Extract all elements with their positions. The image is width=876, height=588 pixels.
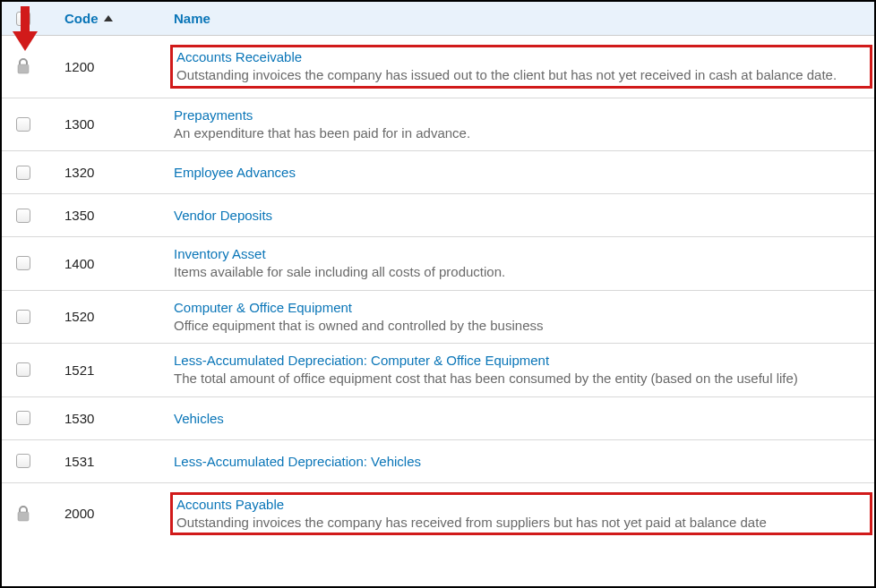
row-check-cell xyxy=(2,506,45,522)
accounts-table: Code Name 1200Accounts ReceivableOutstan… xyxy=(2,2,874,586)
account-description: Office equipment that is owned and contr… xyxy=(174,317,869,335)
row-name-cell: Accounts ReceivableOutstanding invoices … xyxy=(170,45,874,89)
account-name-link[interactable]: Accounts Payable xyxy=(176,497,284,512)
row-name-cell: Vendor Deposits xyxy=(170,208,874,223)
row-name-cell: Less-Accumulated Depreciation: Vehicles xyxy=(170,454,874,469)
row-check-cell xyxy=(2,209,45,223)
account-code: 1200 xyxy=(64,59,94,74)
account-name-link[interactable]: Accounts Receivable xyxy=(176,49,302,64)
account-name-link[interactable]: Inventory Asset xyxy=(174,246,266,261)
table-row: 1520Computer & Office EquipmentOffice eq… xyxy=(2,291,874,345)
row-name-cell: Employee Advances xyxy=(170,165,874,180)
row-check-cell xyxy=(2,411,45,425)
row-name-cell: PrepaymentsAn expenditure that has been … xyxy=(170,107,874,142)
row-checkbox[interactable] xyxy=(16,411,30,425)
row-check-cell xyxy=(2,256,45,270)
header-code-label: Code xyxy=(64,11,99,26)
table-row: 1400Inventory AssetItems available for s… xyxy=(2,237,874,291)
row-code-cell: 2000 xyxy=(45,506,170,521)
row-check-cell xyxy=(2,117,45,132)
row-check-cell xyxy=(2,58,45,74)
account-name-link[interactable]: Vendor Deposits xyxy=(174,208,272,223)
row-name-cell: Vehicles xyxy=(170,411,874,426)
table-row: 1350Vendor Deposits xyxy=(2,194,874,237)
table-row: 2000Accounts PayableOutstanding invoices… xyxy=(2,483,874,545)
account-description: Items available for sale including all c… xyxy=(174,263,869,281)
account-name-link[interactable]: Computer & Office Equipment xyxy=(174,300,352,315)
account-description: Outstanding invoices the company has iss… xyxy=(176,66,864,84)
row-name-cell: Accounts PayableOutstanding invoices the… xyxy=(170,492,874,536)
svg-rect-2 xyxy=(18,64,29,73)
account-code: 1320 xyxy=(64,165,94,180)
account-code: 1400 xyxy=(64,256,94,271)
row-code-cell: 1300 xyxy=(45,116,170,132)
highlighted-region: Accounts ReceivableOutstanding invoices … xyxy=(170,45,872,89)
row-checkbox[interactable] xyxy=(16,166,30,180)
row-checkbox[interactable] xyxy=(16,117,30,132)
table-header: Code Name xyxy=(2,2,874,36)
account-code: 2000 xyxy=(64,506,94,521)
header-code-cell[interactable]: Code xyxy=(45,11,170,26)
header-checkbox-cell xyxy=(2,12,45,26)
table-row: 1300PrepaymentsAn expenditure that has b… xyxy=(2,98,874,152)
account-code: 1350 xyxy=(64,208,94,223)
row-code-cell: 1520 xyxy=(45,309,170,324)
row-code-cell: 1530 xyxy=(45,411,170,426)
row-checkbox[interactable] xyxy=(16,362,30,377)
table-row: 1320Employee Advances xyxy=(2,151,874,194)
lock-icon xyxy=(16,58,30,74)
table-row: 1530Vehicles xyxy=(2,397,874,440)
account-description: The total amount of office equipment cos… xyxy=(174,370,869,388)
row-code-cell: 1200 xyxy=(45,59,170,74)
row-check-cell xyxy=(2,362,45,377)
highlighted-region: Accounts PayableOutstanding invoices the… xyxy=(170,492,872,536)
row-code-cell: 1320 xyxy=(45,165,170,180)
table-row: 1521Less-Accumulated Depreciation: Compu… xyxy=(2,344,874,397)
row-check-cell xyxy=(2,310,45,324)
account-description: Outstanding invoices the company has rec… xyxy=(176,514,864,532)
row-check-cell xyxy=(2,454,45,468)
account-code: 1530 xyxy=(64,411,94,426)
row-checkbox[interactable] xyxy=(16,209,30,223)
row-name-cell: Less-Accumulated Depreciation: Computer … xyxy=(170,353,874,388)
header-name-cell[interactable]: Name xyxy=(170,11,874,26)
select-all-checkbox[interactable] xyxy=(16,12,30,26)
account-code: 1531 xyxy=(64,454,94,469)
account-code: 1300 xyxy=(64,116,94,132)
row-checkbox[interactable] xyxy=(16,256,30,270)
row-code-cell: 1400 xyxy=(45,256,170,271)
lock-icon xyxy=(16,506,30,522)
row-code-cell: 1531 xyxy=(45,454,170,469)
row-code-cell: 1350 xyxy=(45,208,170,223)
account-name-link[interactable]: Prepayments xyxy=(174,107,253,123)
account-code: 1521 xyxy=(64,362,94,378)
svg-rect-3 xyxy=(18,512,29,521)
account-name-link[interactable]: Vehicles xyxy=(174,411,224,426)
account-description: An expenditure that has been paid for in… xyxy=(174,124,869,142)
table-row: 1200Accounts ReceivableOutstanding invoi… xyxy=(2,36,874,98)
row-check-cell xyxy=(2,166,45,180)
row-name-cell: Inventory AssetItems available for sale … xyxy=(170,246,874,281)
account-name-link[interactable]: Employee Advances xyxy=(174,165,296,180)
sort-ascending-icon xyxy=(104,15,113,21)
account-code: 1520 xyxy=(64,309,94,324)
row-checkbox[interactable] xyxy=(16,454,30,468)
table-row: 1531Less-Accumulated Depreciation: Vehic… xyxy=(2,440,874,483)
row-checkbox[interactable] xyxy=(16,310,30,324)
row-code-cell: 1521 xyxy=(45,362,170,378)
header-name-label: Name xyxy=(174,11,210,26)
row-name-cell: Computer & Office EquipmentOffice equipm… xyxy=(170,300,874,335)
account-name-link[interactable]: Less-Accumulated Depreciation: Computer … xyxy=(174,353,549,368)
account-name-link[interactable]: Less-Accumulated Depreciation: Vehicles xyxy=(174,454,421,469)
